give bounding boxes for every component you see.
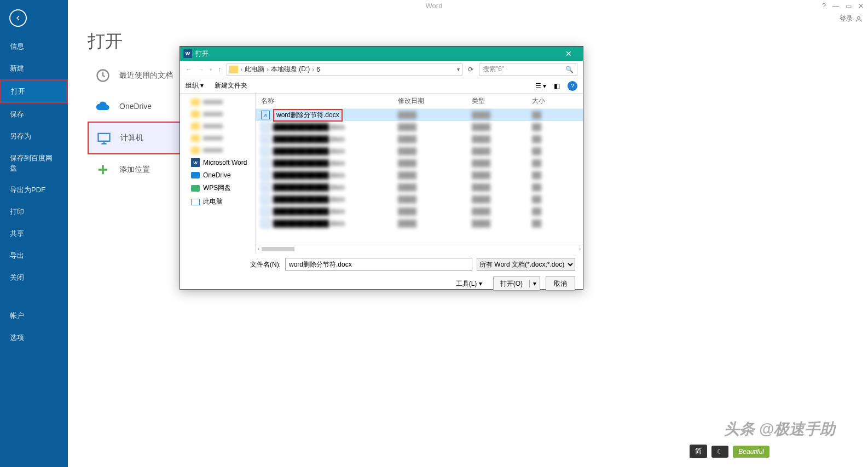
open-button[interactable]: 打开(O)▾	[493, 276, 540, 291]
dialog-title-bar[interactable]: W 打开 ✕	[180, 47, 583, 61]
sidebar-item-1[interactable]: 新建	[0, 57, 68, 79]
wps-icon	[191, 185, 200, 192]
open-file-dialog: W 打开 ✕ ← → ▾ ↑ › 此电脑› 本地磁盘 (D:)› 6 ▾ ⟳ 搜…	[180, 46, 583, 290]
new-folder-button[interactable]: 新建文件夹	[215, 81, 247, 90]
view-options-icon[interactable]: ☰ ▾	[535, 82, 546, 90]
dialog-close-button[interactable]: ✕	[558, 49, 580, 58]
doc-icon: w	[261, 147, 270, 155]
sidebar-item-7[interactable]: 打印	[0, 201, 68, 223]
plus-icon	[95, 162, 111, 177]
help-icon[interactable]: ?	[568, 81, 577, 91]
refresh-icon[interactable]: ⟳	[468, 66, 473, 73]
doc-icon: w	[261, 111, 270, 119]
app-title: Word	[426, 2, 443, 10]
file-row-7[interactable]: w████████████.docx██████████	[256, 193, 583, 205]
search-input[interactable]: 搜索"6" 🔍	[479, 64, 577, 76]
sidebar-footer-item-0[interactable]: 帐户	[0, 305, 68, 327]
word-icon: W	[183, 49, 192, 58]
moon-icon[interactable]: ☾	[711, 446, 728, 458]
sidebar-item-6[interactable]: 导出为PDF	[0, 179, 68, 201]
folder-icon	[191, 135, 200, 142]
doc-icon: w	[261, 207, 270, 216]
file-list[interactable]: 名称 修改日期 类型 大小 wword删除分节符.docx██████████w…	[256, 94, 583, 252]
file-row-5[interactable]: w████████████.docx██████████	[256, 169, 583, 181]
word-icon: W	[191, 158, 200, 167]
doc-icon: w	[261, 171, 270, 180]
folder-tree[interactable]: xxxxxxxxxxxxxxxxxxxxxxxxxxxxxxWMicrosoft…	[180, 94, 256, 252]
sidebar-item-3[interactable]: 保存	[0, 103, 68, 125]
nav-back-button[interactable]: ←	[186, 66, 192, 73]
folder-icon	[191, 123, 200, 130]
backstage-sidebar: 信息新建打开保存另存为保存到百度网盘导出为PDF打印共享导出关闭 帐户选项	[0, 0, 68, 467]
sidebar-item-9[interactable]: 导出	[0, 245, 68, 267]
search-icon: 🔍	[565, 66, 574, 73]
doc-icon: w	[261, 159, 270, 168]
file-row-8[interactable]: w████████████.docx██████████	[256, 205, 583, 217]
filename-label: 文件名(N):	[188, 260, 281, 269]
open-split-dropdown[interactable]: ▾	[529, 280, 540, 287]
sidebar-item-4[interactable]: 另存为	[0, 125, 68, 147]
doc-icon: w	[261, 219, 270, 228]
file-row-9[interactable]: w████████████.docx██████████	[256, 217, 583, 229]
sidebar-footer-item-1[interactable]: 选项	[0, 327, 68, 349]
tree-item-6[interactable]: OneDrive	[180, 169, 255, 181]
maximize-icon[interactable]: ▭	[846, 2, 852, 10]
dialog-nav: ← → ▾ ↑ › 此电脑› 本地磁盘 (D:)› 6 ▾ ⟳ 搜索"6" 🔍	[180, 61, 583, 78]
organize-button[interactable]: 组织 ▾	[186, 81, 204, 90]
nav-forward-button[interactable]: →	[198, 66, 204, 73]
tree-item-8[interactable]: 此电脑	[180, 195, 255, 209]
sidebar-item-10[interactable]: 关闭	[0, 267, 68, 289]
file-row-0[interactable]: wword删除分节符.docx██████████	[256, 109, 583, 121]
tree-item-2[interactable]: xxxxxx	[180, 120, 255, 132]
tree-item-3[interactable]: xxxxxx	[180, 132, 255, 144]
tree-item-1[interactable]: xxxxxx	[180, 108, 255, 120]
tree-item-5[interactable]: WMicrosoft Word	[180, 156, 255, 169]
preview-pane-icon[interactable]: ◧	[554, 82, 560, 90]
user-icon	[855, 15, 863, 23]
tree-item-7[interactable]: WPS网盘	[180, 181, 255, 195]
file-row-6[interactable]: w████████████.docx██████████	[256, 181, 583, 193]
folder-icon	[191, 99, 200, 106]
nav-up-button[interactable]: ↑	[218, 66, 221, 73]
minimize-icon[interactable]: —	[832, 2, 839, 10]
tools-button[interactable]: 工具(L) ▾	[456, 279, 482, 289]
doc-icon: w	[261, 195, 270, 204]
folder-icon	[191, 147, 200, 154]
beautiful-indicator[interactable]: Beautiful	[733, 446, 769, 458]
doc-icon: w	[261, 135, 270, 143]
svg-rect-2	[99, 134, 110, 141]
cloud-icon	[95, 99, 111, 114]
svg-point-0	[858, 16, 860, 19]
watermark: 头条 @极速手助	[724, 419, 835, 440]
tree-item-0[interactable]: xxxxxx	[180, 96, 255, 108]
horizontal-scrollbar[interactable]: ‹›	[256, 245, 583, 252]
file-row-2[interactable]: w████████████.docx██████████	[256, 133, 583, 145]
close-icon[interactable]: ✕	[858, 2, 864, 10]
chevron-down-icon[interactable]: ▾	[457, 66, 460, 72]
doc-icon: w	[261, 183, 270, 192]
sidebar-item-2[interactable]: 打开	[0, 79, 68, 103]
file-row-4[interactable]: w████████████.docx██████████	[256, 157, 583, 169]
help-icon[interactable]: ?	[822, 2, 826, 10]
tree-item-4[interactable]: xxxxxx	[180, 144, 255, 156]
file-row-1[interactable]: w████████████.docx██████████	[256, 121, 583, 133]
file-row-3[interactable]: w████████████.docx██████████	[256, 145, 583, 157]
pc-icon	[191, 199, 200, 205]
sidebar-item-8[interactable]: 共享	[0, 223, 68, 245]
sidebar-item-0[interactable]: 信息	[0, 36, 68, 57]
computer-icon	[96, 130, 112, 146]
bottom-toolbar: 简 ☾ Beautiful	[690, 445, 769, 458]
file-header[interactable]: 名称 修改日期 类型 大小	[256, 94, 583, 109]
onedrive-icon	[191, 172, 200, 178]
filename-input[interactable]	[285, 258, 472, 271]
login-button[interactable]: 登录	[840, 14, 863, 24]
file-filter-select[interactable]: 所有 Word 文档(*.docx;*.doc)	[477, 258, 575, 271]
cancel-button[interactable]: 取消	[546, 276, 575, 291]
nav-dropdown-icon[interactable]: ▾	[210, 67, 212, 72]
breadcrumb[interactable]: › 此电脑› 本地磁盘 (D:)› 6 ▾	[227, 64, 462, 76]
sidebar-item-5[interactable]: 保存到百度网盘	[0, 147, 68, 179]
folder-icon	[191, 111, 200, 118]
clock-icon	[95, 68, 111, 83]
lang-indicator[interactable]: 简	[690, 445, 707, 458]
back-button[interactable]	[9, 9, 27, 27]
